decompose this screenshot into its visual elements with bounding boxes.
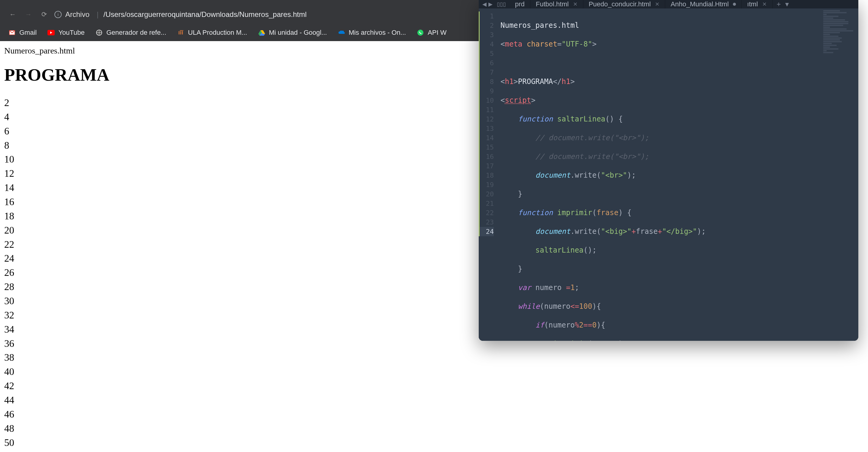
cloud-icon bbox=[338, 29, 345, 36]
page-heading: PROGRAMA bbox=[4, 65, 528, 85]
bookmark-label: YouTube bbox=[58, 29, 84, 37]
whatsapp-icon bbox=[417, 29, 424, 36]
dirty-indicator-icon bbox=[733, 3, 736, 6]
tab-label: prd bbox=[515, 0, 525, 8]
line-number[interactable]: 18 bbox=[479, 171, 494, 180]
bookmark-youtube[interactable]: YouTube bbox=[48, 29, 84, 37]
drive-icon bbox=[258, 29, 266, 36]
line-number[interactable]: 4 bbox=[479, 40, 494, 49]
number-output-line: 50 bbox=[4, 436, 528, 450]
bookmark-ula[interactable]: ıīī ULA Production M... bbox=[177, 29, 247, 37]
url-scheme-label: Archivo bbox=[65, 10, 89, 19]
close-icon[interactable]: ✕ bbox=[762, 1, 767, 7]
number-output-line: 24 bbox=[4, 251, 528, 266]
number-output-line: 14 bbox=[4, 181, 528, 195]
line-number[interactable]: 12 bbox=[479, 115, 494, 124]
bookmark-onedrive[interactable]: Mis archivos - On... bbox=[338, 29, 406, 37]
editor-tab-html[interactable]: ıtml ✕ bbox=[742, 0, 772, 8]
line-number[interactable]: 14 bbox=[479, 133, 494, 142]
plus-icon: + bbox=[777, 0, 781, 8]
browser-page-content: Numeros_pares.html PROGRAMA 246810121416… bbox=[0, 41, 532, 452]
line-number[interactable]: 3 bbox=[479, 30, 494, 40]
editor-tab-bar: ◀ ▶ ▯▯▯ prd Futbol.html ✕ Puedo_conducir… bbox=[479, 0, 858, 8]
line-number[interactable]: 23 bbox=[479, 218, 494, 227]
browser-tab-strip bbox=[0, 0, 532, 5]
back-button[interactable]: ← bbox=[7, 9, 18, 20]
bookmark-gmail[interactable]: Gmail bbox=[8, 29, 37, 37]
number-output-line: 18 bbox=[4, 209, 528, 223]
reload-button[interactable]: ⟳ bbox=[39, 9, 50, 20]
code-editor-window: ◀ ▶ ▯▯▯ prd Futbol.html ✕ Puedo_conducir… bbox=[479, 0, 858, 341]
editor-tab-prd[interactable]: prd bbox=[509, 0, 530, 8]
bookmark-label: Mis archivos - On... bbox=[349, 29, 406, 37]
address-bar[interactable]: i Archivo | /Users/oscarguerreroquintana… bbox=[54, 8, 525, 21]
line-number[interactable]: 22 bbox=[479, 208, 494, 218]
line-number[interactable]: 6 bbox=[479, 58, 494, 68]
line-number[interactable]: 11 bbox=[479, 105, 494, 115]
close-icon[interactable]: ✕ bbox=[573, 1, 578, 7]
line-number[interactable]: 1 bbox=[479, 11, 494, 21]
editor-tab-puedo-conducir[interactable]: Puedo_conducir.html ✕ bbox=[583, 0, 665, 8]
line-number[interactable]: 17 bbox=[479, 161, 494, 171]
bookmark-label: Mi unidad - Googl... bbox=[269, 29, 327, 37]
dropdown-icon[interactable]: ▾ bbox=[785, 0, 789, 8]
line-number[interactable]: 9 bbox=[479, 87, 494, 96]
line-number[interactable]: 16 bbox=[479, 152, 494, 161]
line-number[interactable]: 10 bbox=[479, 96, 494, 105]
tab-label: Futbol.html bbox=[536, 0, 569, 8]
line-number[interactable]: 24 bbox=[479, 227, 494, 236]
number-output-line: 12 bbox=[4, 166, 528, 181]
editor-body[interactable]: 123456789101112131415161718192021222324 … bbox=[479, 8, 858, 341]
number-output-line: 28 bbox=[4, 280, 528, 294]
number-output-line: 42 bbox=[4, 379, 528, 393]
url-path: /Users/oscarguerreroquintana/Downloads/N… bbox=[103, 10, 306, 19]
number-output-line: 26 bbox=[4, 266, 528, 280]
editor-tab-futbol[interactable]: Futbol.html ✕ bbox=[530, 0, 583, 8]
tab-back-icon[interactable]: ◀ bbox=[483, 1, 487, 7]
number-output-line: 4 bbox=[4, 110, 528, 124]
number-output-line: 38 bbox=[4, 351, 528, 365]
editor-tab-anho-mundial[interactable]: Anho_Mundial.Html bbox=[665, 0, 742, 8]
number-output-line: 48 bbox=[4, 421, 528, 436]
column-layout-icon[interactable]: ▯▯▯ bbox=[497, 1, 506, 7]
bookmark-label: API W bbox=[428, 29, 446, 37]
url-separator: | bbox=[97, 10, 98, 19]
line-number[interactable]: 13 bbox=[479, 124, 494, 133]
svg-point-3 bbox=[417, 30, 424, 36]
new-tab-button[interactable]: + ▾ bbox=[773, 0, 793, 8]
number-output-line: 2 bbox=[4, 96, 528, 110]
bookmark-generator[interactable]: Generador de refe... bbox=[95, 29, 166, 37]
tab-label: Puedo_conducir.html bbox=[589, 0, 651, 8]
number-output-line: 6 bbox=[4, 124, 528, 138]
line-number[interactable]: 20 bbox=[479, 189, 494, 199]
number-output-line: 46 bbox=[4, 407, 528, 421]
line-number[interactable]: 5 bbox=[479, 49, 494, 58]
tab-forward-icon[interactable]: ▶ bbox=[488, 1, 493, 7]
line-number[interactable]: 2 bbox=[479, 21, 494, 30]
line-number[interactable]: 15 bbox=[479, 142, 494, 152]
number-output-line: 44 bbox=[4, 393, 528, 407]
site-info-icon[interactable]: i bbox=[54, 11, 62, 18]
bookmark-label: Gmail bbox=[19, 29, 37, 37]
bookmark-whatsapp[interactable]: API W bbox=[417, 29, 446, 37]
bookmark-label: ULA Production M... bbox=[188, 29, 247, 37]
bookmark-label: Generador de refe... bbox=[106, 29, 166, 37]
forward-button[interactable]: → bbox=[23, 9, 34, 20]
line-number[interactable]: 8 bbox=[479, 77, 494, 87]
page-filename: Numeros_pares.html bbox=[4, 46, 528, 56]
number-output-line: 22 bbox=[4, 237, 528, 252]
line-number[interactable]: 21 bbox=[479, 199, 494, 208]
browser-toolbar: ← → ⟳ i Archivo | /Users/oscarguerreroqu… bbox=[0, 5, 532, 24]
ula-icon: ıīī bbox=[177, 29, 184, 36]
line-number[interactable]: 7 bbox=[479, 68, 494, 77]
minimap[interactable] bbox=[823, 10, 857, 65]
number-output-line: 8 bbox=[4, 138, 528, 153]
bookmark-drive[interactable]: Mi unidad - Googl... bbox=[258, 29, 327, 37]
globe-icon bbox=[95, 29, 103, 36]
number-output-line: 10 bbox=[4, 152, 528, 166]
close-icon[interactable]: ✕ bbox=[655, 1, 659, 7]
number-output-line: 20 bbox=[4, 223, 528, 237]
line-number[interactable]: 19 bbox=[479, 180, 494, 189]
code-area[interactable]: Numeros_pares.html <meta charset="UTF-8"… bbox=[498, 8, 858, 341]
number-output-line: 16 bbox=[4, 195, 528, 209]
